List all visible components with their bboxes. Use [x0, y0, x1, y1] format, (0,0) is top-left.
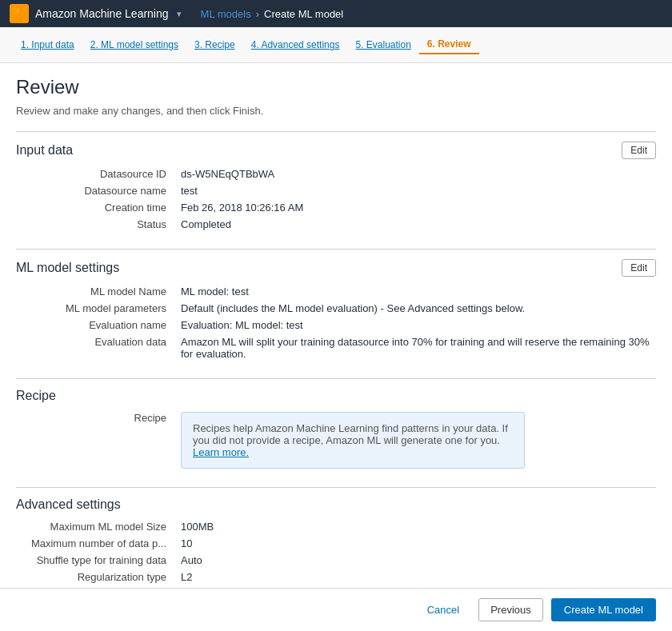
ml-model-settings-section: ML model settings Edit ML model Name ML … [16, 249, 656, 362]
page-subtitle: Review and make any changes, and then cl… [16, 105, 656, 117]
max-model-size-label: Maximum ML model Size [16, 518, 176, 535]
creation-time-label: Creation time [16, 199, 176, 216]
breadcrumb: ML models › Create ML model [201, 8, 344, 20]
table-row: Maximum ML model Size 100MB [16, 518, 656, 535]
max-data-passes-value: 10 [176, 535, 656, 552]
step-6-review[interactable]: 6. Review [419, 35, 479, 54]
datasource-id-label: Datasource ID [16, 166, 176, 182]
datasource-name-value: test [176, 182, 656, 199]
table-row: ML model parameters Default (includes th… [16, 300, 656, 317]
advanced-settings-section: Advanced settings Maximum ML model Size … [16, 487, 656, 602]
regularization-type-label: Regularization type [16, 569, 176, 585]
top-navigation: 🔶 Amazon Machine Learning ▾ ML models › … [0, 0, 672, 27]
datasource-name-label: Datasource name [16, 182, 176, 199]
table-row: Datasource ID ds-W5NEqQTBbWA [16, 166, 656, 182]
step-4-advanced-settings[interactable]: 4. Advanced settings [243, 36, 348, 54]
dropdown-arrow[interactable]: ▾ [177, 9, 182, 19]
recipe-section: Recipe Recipe Recipes help Amazon Machin… [16, 378, 656, 471]
step-5-evaluation[interactable]: 5. Evaluation [347, 36, 418, 54]
status-label: Status [16, 216, 176, 233]
step-2-ml-model-settings[interactable]: 2. ML model settings [82, 36, 186, 54]
ml-model-settings-table: ML model Name ML model: test ML model pa… [16, 283, 656, 362]
shuffle-type-value: Auto [176, 552, 656, 569]
recipe-info-box: Recipes help Amazon Machine Learning fin… [181, 412, 525, 469]
status-value: Completed [176, 216, 656, 233]
input-data-section: Input data Edit Datasource ID ds-W5NEqQT… [16, 131, 656, 233]
evaluation-data-label: Evaluation data [16, 333, 176, 362]
step-1-input-data[interactable]: 1. Input data [13, 36, 82, 54]
creation-time-value: Feb 26, 2018 10:26:16 AM [176, 199, 656, 216]
recipe-learn-more-link[interactable]: Learn more. [193, 446, 249, 458]
input-data-title: Input data [16, 143, 73, 158]
recipe-title: Recipe [16, 389, 56, 403]
main-content: Review Review and make any changes, and … [0, 63, 672, 631]
advanced-settings-title: Advanced settings [16, 497, 121, 512]
table-row: Status Completed [16, 216, 656, 233]
max-data-passes-label: Maximum number of data p... [16, 535, 176, 552]
input-data-edit-button[interactable]: Edit [622, 142, 656, 159]
recipe-label: Recipe [16, 409, 176, 471]
recipe-box-text: Recipes help Amazon Machine Learning fin… [193, 422, 508, 446]
regularization-type-value: L2 [176, 569, 656, 585]
page-title: Review [16, 76, 656, 98]
table-row: Datasource name test [16, 182, 656, 199]
ml-model-settings-edit-button[interactable]: Edit [622, 259, 656, 277]
ml-model-parameters-label: ML model parameters [16, 300, 176, 317]
ml-model-name-value: ML model: test [176, 283, 656, 300]
table-row: Evaluation data Amazon ML will split you… [16, 333, 656, 362]
table-row: Maximum number of data p... 10 [16, 535, 656, 552]
create-ml-model-button[interactable]: Create ML model [551, 598, 656, 621]
input-data-table: Datasource ID ds-W5NEqQTBbWA Datasource … [16, 166, 656, 233]
evaluation-name-value: Evaluation: ML model: test [176, 317, 656, 333]
table-row: Evaluation name Evaluation: ML model: te… [16, 317, 656, 333]
steps-bar: 1. Input data 2. ML model settings 3. Re… [0, 27, 672, 63]
previous-button[interactable]: Previous [478, 598, 543, 621]
footer-bar: Cancel Previous Create ML model [0, 588, 672, 631]
table-row: Shuffle type for training data Auto [16, 552, 656, 569]
recipe-table: Recipe Recipes help Amazon Machine Learn… [16, 409, 656, 471]
table-row: ML model Name ML model: test [16, 283, 656, 300]
max-model-size-value: 100MB [176, 518, 656, 535]
recipe-value: Recipes help Amazon Machine Learning fin… [176, 409, 656, 471]
evaluation-name-label: Evaluation name [16, 317, 176, 333]
breadcrumb-separator: › [256, 8, 259, 20]
ml-model-settings-title: ML model settings [16, 261, 119, 275]
datasource-id-value: ds-W5NEqQTBbWA [176, 166, 656, 182]
table-row: Regularization type L2 [16, 569, 656, 585]
table-row: Recipe Recipes help Amazon Machine Learn… [16, 409, 656, 471]
ml-model-parameters-value: Default (includes the ML model evaluatio… [176, 300, 656, 317]
cancel-button[interactable]: Cancel [416, 598, 470, 621]
breadcrumb-ml-models[interactable]: ML models [201, 8, 251, 20]
step-3-recipe[interactable]: 3. Recipe [186, 36, 243, 54]
app-name: Amazon Machine Learning [35, 7, 169, 20]
app-logo: 🔶 [10, 4, 29, 23]
shuffle-type-label: Shuffle type for training data [16, 552, 176, 569]
breadcrumb-create-ml-model: Create ML model [264, 8, 343, 20]
evaluation-data-value: Amazon ML will split your training datas… [176, 333, 656, 362]
ml-model-name-label: ML model Name [16, 283, 176, 300]
table-row: Creation time Feb 26, 2018 10:26:16 AM [16, 199, 656, 216]
